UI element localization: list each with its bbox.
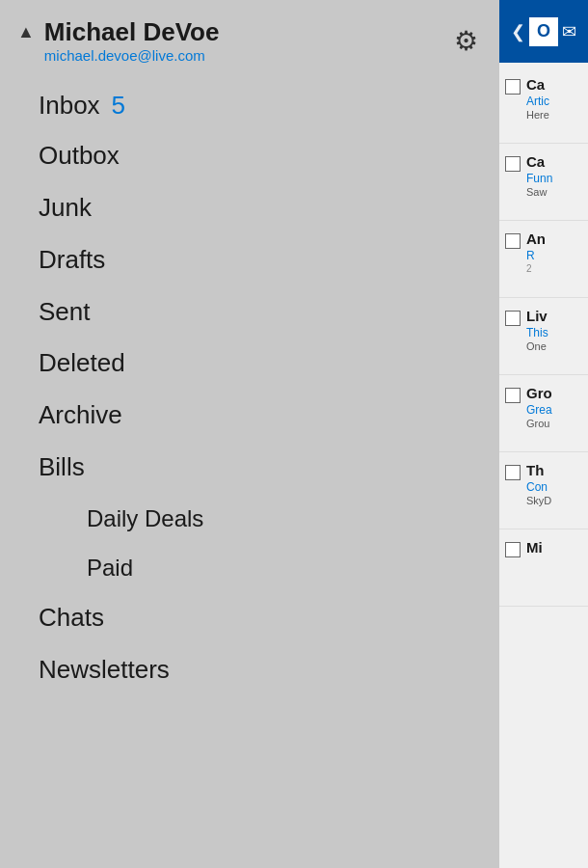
sidebar-item-chats[interactable]: Chats (0, 592, 499, 644)
email-content: Ca Funn Saw (526, 153, 582, 198)
email-content: An R 2 (526, 231, 582, 274)
sidebar-item-drafts[interactable]: Drafts (0, 234, 499, 286)
outlook-logo: O (529, 17, 558, 46)
sidebar-item-archive[interactable]: Archive (0, 390, 499, 442)
email-checkbox[interactable] (505, 233, 521, 249)
email-row[interactable]: Ca Artic Here (499, 67, 588, 144)
email-row[interactable]: Ca Funn Saw (499, 144, 588, 221)
email-checkbox[interactable] (505, 388, 521, 403)
email-subject: Grea (526, 403, 582, 417)
sidebar-item-deleted[interactable]: Deleted (0, 338, 499, 390)
email-content: Mi (526, 539, 582, 556)
email-row[interactable]: Th Con SkyD (499, 452, 588, 529)
sidebar-item-inbox[interactable]: Inbox 5 (0, 81, 499, 130)
sidebar-item-outbox[interactable]: Outbox (0, 130, 499, 182)
email-list: Ca Artic Here Ca Funn Saw An R 2 (499, 63, 588, 607)
email-checkbox[interactable] (505, 465, 521, 480)
email-sender: Gro (526, 385, 582, 401)
email-checkbox[interactable] (505, 79, 521, 95)
email-sender: Liv (526, 308, 582, 324)
email-subject: Con (526, 480, 582, 494)
email-sender: Ca (526, 153, 582, 170)
account-email[interactable]: michael.devoe@live.com (44, 47, 220, 64)
account-left: ▲ Michael DeVoe michael.devoe@live.com (17, 17, 219, 64)
settings-icon[interactable]: ⚙ (454, 25, 478, 57)
email-row[interactable]: An R 2 (499, 221, 588, 298)
sidebar-item-sent[interactable]: Sent (0, 286, 499, 339)
email-content: Liv This One (526, 308, 582, 352)
email-preview: One (526, 340, 582, 352)
email-checkbox[interactable] (505, 311, 521, 326)
email-row[interactable]: Mi (499, 529, 588, 607)
account-name: Michael DeVoe (44, 17, 220, 47)
email-content: Gro Grea Grou (526, 385, 582, 429)
email-subject: This (526, 326, 582, 339)
sidebar-item-junk[interactable]: Junk (0, 182, 499, 234)
email-sender: Th (526, 462, 582, 478)
outlook-icon-area: ❮ O ✉ (511, 17, 576, 46)
email-preview: SkyD (526, 495, 582, 506)
email-meta: 2 (526, 263, 582, 274)
email-preview: Grou (526, 418, 582, 429)
email-subject: Funn (526, 172, 582, 185)
sidebar-item-newsletters[interactable]: Newsletters (0, 644, 499, 696)
sidebar-item-paid[interactable]: Paid (0, 543, 499, 592)
email-row[interactable]: Liv This One (499, 298, 588, 375)
email-subject: Artic (526, 95, 582, 108)
email-content: Th Con SkyD (526, 462, 582, 506)
email-preview: Saw (526, 186, 582, 198)
nav-list: Inbox 5 Outbox Junk Drafts Sent Deleted … (0, 81, 499, 696)
email-checkbox[interactable] (505, 156, 521, 172)
email-sender: Ca (526, 76, 582, 93)
email-sender: Mi (526, 539, 582, 556)
email-row[interactable]: Gro Grea Grou (499, 375, 588, 452)
account-info: Michael DeVoe michael.devoe@live.com (44, 17, 220, 64)
email-preview: Here (526, 109, 582, 121)
sidebar: ▲ Michael DeVoe michael.devoe@live.com ⚙… (0, 0, 499, 868)
account-header: ▲ Michael DeVoe michael.devoe@live.com ⚙ (0, 0, 499, 81)
email-sender: An (526, 231, 582, 247)
inbox-label: Inbox (39, 91, 100, 121)
sidebar-item-bills[interactable]: Bills (0, 442, 499, 494)
email-subject: R (526, 249, 582, 262)
email-panel: ❮ O ✉ Ca Artic Here Ca Funn Saw A (499, 0, 588, 868)
sidebar-item-daily-deals[interactable]: Daily Deals (0, 494, 499, 543)
collapse-icon[interactable]: ▲ (17, 23, 35, 41)
envelope-icon: ✉ (562, 21, 576, 42)
email-header-bar: ❮ O ✉ (499, 0, 588, 63)
email-content: Ca Artic Here (526, 76, 582, 121)
back-arrow-icon[interactable]: ❮ (511, 21, 525, 42)
inbox-count: 5 (112, 91, 125, 121)
email-checkbox[interactable] (505, 542, 521, 557)
